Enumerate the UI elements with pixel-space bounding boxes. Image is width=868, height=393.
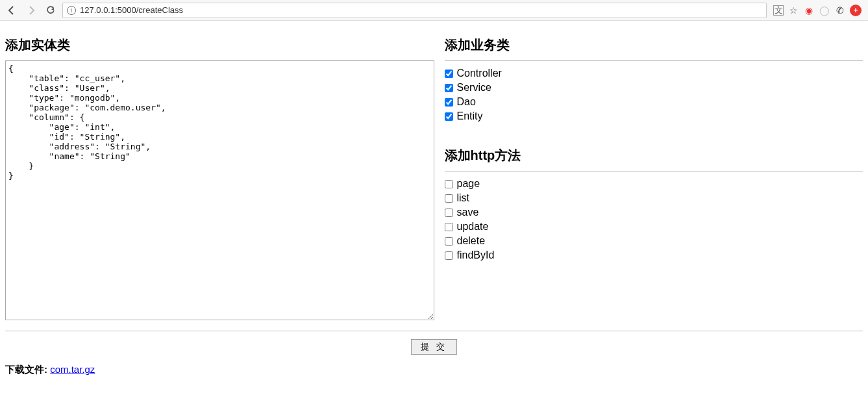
ext-plus-icon[interactable]: + — [850, 5, 862, 16]
info-icon: i — [67, 6, 76, 15]
download-link[interactable]: com.tar.gz — [50, 364, 95, 375]
ext-phone-icon[interactable]: ✆ — [834, 5, 846, 16]
http-item-label: update — [457, 220, 489, 234]
business-item-checkbox[interactable] — [445, 98, 453, 107]
ext-red-circle-icon[interactable]: ◉ — [803, 5, 815, 16]
http-item-checkbox[interactable] — [445, 251, 453, 260]
star-icon[interactable]: ☆ — [787, 5, 799, 16]
http-item-row[interactable]: page — [445, 177, 863, 191]
submit-button[interactable]: 提 交 — [411, 339, 458, 355]
http-item-label: list — [457, 191, 470, 205]
heading-entity: 添加实体类 — [5, 36, 434, 54]
url-bar[interactable]: i 127.0.0.1:5000/createClass — [62, 3, 767, 18]
http-item-row[interactable]: save — [445, 205, 863, 220]
download-label: 下载文件: — [5, 364, 50, 375]
url-text: 127.0.0.1:5000/createClass — [80, 5, 762, 15]
business-item-label: Entity — [457, 109, 483, 123]
divider — [5, 331, 863, 331]
http-item-checkbox[interactable] — [445, 180, 453, 188]
heading-http: 添加http方法 — [445, 147, 863, 164]
reload-icon — [45, 5, 56, 16]
http-item-checkbox[interactable] — [445, 194, 453, 203]
business-checkbox-list: ControllerServiceDaoEntity — [445, 66, 863, 123]
browser-toolbar: i 127.0.0.1:5000/createClass 文 ☆ ◉ ◯ ✆ + — [0, 0, 868, 21]
http-item-row[interactable]: update — [445, 220, 863, 234]
business-item-row[interactable]: Controller — [445, 66, 863, 81]
business-item-row[interactable]: Service — [445, 81, 863, 95]
arrow-right-icon — [26, 5, 36, 16]
arrow-left-icon — [6, 5, 17, 16]
business-item-checkbox[interactable] — [445, 112, 453, 121]
http-checkbox-list: pagelistsaveupdatedeletefindById — [445, 177, 863, 262]
http-item-row[interactable]: delete — [445, 234, 863, 248]
entity-json-textarea[interactable] — [5, 60, 434, 320]
reload-button[interactable] — [43, 3, 58, 18]
heading-business: 添加业务类 — [445, 36, 863, 54]
page-content: 添加实体类 添加业务类 ControllerServiceDaoEntity 添… — [0, 21, 868, 381]
left-column: 添加实体类 — [5, 21, 434, 325]
forward-button[interactable] — [23, 3, 39, 18]
business-item-label: Service — [457, 81, 491, 95]
extension-icons: 文 ☆ ◉ ◯ ✆ + — [771, 5, 864, 16]
divider — [445, 60, 863, 61]
business-item-label: Controller — [457, 66, 502, 81]
ext-grey-circle-icon[interactable]: ◯ — [819, 5, 830, 16]
translate-icon[interactable]: 文 — [773, 5, 784, 16]
http-item-checkbox[interactable] — [445, 209, 453, 217]
http-item-row[interactable]: findById — [445, 248, 863, 262]
http-item-label: save — [457, 205, 479, 220]
http-item-label: delete — [457, 234, 486, 248]
business-item-checkbox[interactable] — [445, 84, 453, 92]
http-item-row[interactable]: list — [445, 191, 863, 205]
download-row: 下载文件: com.tar.gz — [5, 364, 863, 381]
divider — [445, 171, 863, 171]
business-item-checkbox[interactable] — [445, 70, 453, 78]
back-button[interactable] — [4, 3, 19, 18]
http-item-label: findById — [457, 248, 495, 262]
business-item-row[interactable]: Entity — [445, 109, 863, 123]
http-item-checkbox[interactable] — [445, 223, 453, 231]
submit-row: 提 交 — [5, 339, 863, 355]
http-item-label: page — [457, 177, 480, 191]
business-item-row[interactable]: Dao — [445, 95, 863, 109]
right-column: 添加业务类 ControllerServiceDaoEntity 添加http方… — [440, 21, 863, 325]
business-item-label: Dao — [457, 95, 476, 109]
http-item-checkbox[interactable] — [445, 237, 453, 246]
